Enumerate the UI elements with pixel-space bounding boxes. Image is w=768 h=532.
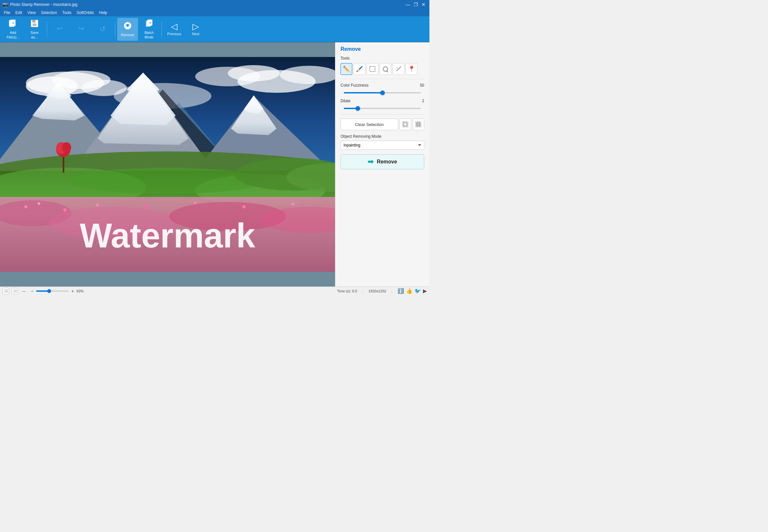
zoom-slider[interactable] xyxy=(36,290,69,292)
restore-button[interactable]: ❐ xyxy=(412,1,419,8)
remove-icon xyxy=(123,21,132,32)
svg-text:+: + xyxy=(12,21,14,25)
svg-text:✦: ✦ xyxy=(396,67,398,70)
svg-point-61 xyxy=(383,67,388,71)
svg-point-64 xyxy=(400,66,401,68)
svg-point-49 xyxy=(145,205,148,208)
window-controls: — ❐ ✕ xyxy=(405,1,427,8)
lasso-tool-button[interactable] xyxy=(380,63,391,75)
clear-selection-button[interactable]: Clear Selection xyxy=(341,119,398,130)
add-files-button[interactable]: + AddFile(s)... xyxy=(3,18,23,41)
fuzziness-label: Color Fuzziness xyxy=(341,83,415,88)
svg-point-45 xyxy=(24,205,28,208)
remove-button-toolbar[interactable]: Remove xyxy=(117,18,138,41)
previous-icon: ◁ xyxy=(171,22,177,31)
menu-view[interactable]: View xyxy=(25,10,38,16)
reset-icon: ↺ xyxy=(100,26,105,33)
magic-wand-button[interactable]: ✦ xyxy=(393,63,404,75)
right-panel: Remove Tools ✏️ 🖌️ ✦ 📍 Color Fuzzine xyxy=(335,42,429,287)
like-icon[interactable]: 👍 xyxy=(406,288,412,294)
app-icon: 📷 xyxy=(3,2,8,7)
info-icon[interactable]: ℹ️ xyxy=(398,288,404,294)
batch-mode-icon: ⚙ xyxy=(145,19,154,29)
tools-row: ✏️ 🖌️ ✦ 📍 xyxy=(341,63,424,75)
zoom-in-button[interactable]: + xyxy=(70,288,75,294)
menu-softorbits[interactable]: SoftOrbits xyxy=(74,10,96,16)
undo-button[interactable]: ↩ xyxy=(49,18,70,41)
menu-tools[interactable]: Tools xyxy=(60,10,74,16)
time-label: Time (s): 0.0 xyxy=(337,289,357,293)
save-as-icon xyxy=(30,19,39,29)
separator-3 xyxy=(161,21,162,37)
rect-select-button[interactable] xyxy=(367,63,378,75)
close-button[interactable]: ✕ xyxy=(420,1,427,8)
fuzziness-slider-track[interactable] xyxy=(344,92,421,93)
dilate-slider-track[interactable] xyxy=(344,108,421,109)
add-files-label: AddFile(s)... xyxy=(7,31,20,39)
next-icon: ▷ xyxy=(192,22,199,31)
svg-rect-60 xyxy=(370,66,375,72)
zoom-percent: 63% xyxy=(77,289,84,293)
tools-label: Tools xyxy=(341,56,424,61)
save-as-button[interactable]: Saveas... xyxy=(24,18,45,41)
view-mode-2-button[interactable]: ⬜ xyxy=(12,288,18,294)
main-content: Watermark Remove Tools ✏️ 🖌️ ✦ 📍 xyxy=(0,42,429,287)
status-icons: ℹ️ 👍 🐦 ▶ xyxy=(398,288,427,294)
mode-label: Object Removing Mode xyxy=(341,134,424,139)
fuzziness-value: 50 xyxy=(415,83,424,88)
remove-action-button[interactable]: ➡ Remove xyxy=(341,154,424,169)
remove-action-label: Remove xyxy=(377,159,397,165)
status-separator-2: | xyxy=(391,289,392,293)
divider-2 xyxy=(341,114,424,115)
menu-bar: File Edit View Selection Tools SoftOrbit… xyxy=(0,9,429,16)
menu-edit[interactable]: Edit xyxy=(13,10,25,16)
svg-point-50 xyxy=(194,202,197,204)
previous-button[interactable]: ◁ Previous xyxy=(164,18,185,41)
status-separator: | xyxy=(362,289,363,293)
dilate-thumb[interactable] xyxy=(356,106,360,111)
separator-1 xyxy=(47,21,47,37)
zoom-thumb[interactable] xyxy=(47,289,51,293)
fuzziness-thumb[interactable] xyxy=(380,91,385,95)
menu-file[interactable]: File xyxy=(1,10,13,16)
svg-point-51 xyxy=(243,205,246,208)
canvas-area[interactable]: Watermark xyxy=(0,42,335,287)
toolbar: + AddFile(s)... Saveas... ↩ ↪ ↺ Remove ⚙… xyxy=(0,16,429,42)
next-label: Next xyxy=(192,32,200,36)
invert-selection-button[interactable] xyxy=(412,119,424,130)
batch-mode-button[interactable]: ⚙ BatchMode xyxy=(139,18,160,41)
svg-text:Watermark: Watermark xyxy=(80,217,255,255)
brush-tool-button[interactable]: ✏️ xyxy=(341,63,352,75)
dilate-value: 2 xyxy=(415,99,424,103)
remove-arrow-icon: ➡ xyxy=(368,158,373,166)
reset-button[interactable]: ↺ xyxy=(92,18,113,41)
svg-rect-6 xyxy=(33,23,36,26)
photo-canvas: Watermark xyxy=(0,57,335,272)
twitter-icon[interactable]: 🐦 xyxy=(414,288,421,294)
redo-button[interactable]: ↪ xyxy=(71,18,91,41)
youtube-icon[interactable]: ▶ xyxy=(423,288,427,294)
stamp-tool-button[interactable]: 📍 xyxy=(406,63,417,75)
svg-point-56 xyxy=(62,142,71,153)
svg-text:⚙: ⚙ xyxy=(149,21,151,24)
previous-label: Previous xyxy=(167,32,181,36)
svg-line-62 xyxy=(387,71,388,72)
select-all-button[interactable] xyxy=(399,119,411,130)
zoom-out-button[interactable]: − xyxy=(30,288,35,294)
svg-point-46 xyxy=(38,202,40,205)
mode-select[interactable]: Inpainting Smart Fill Texture Synthesis xyxy=(341,141,424,150)
svg-point-52 xyxy=(292,203,294,205)
eraser-tool-button[interactable]: 🖌️ xyxy=(354,63,365,75)
svg-point-47 xyxy=(63,208,67,212)
panel-remove-section: Remove Tools ✏️ 🖌️ ✦ 📍 Color Fuzzine xyxy=(335,42,429,173)
separator-2 xyxy=(115,21,115,37)
menu-help[interactable]: Help xyxy=(97,10,110,16)
fuzziness-fill xyxy=(344,92,383,93)
panel-title: Remove xyxy=(341,46,424,52)
next-button[interactable]: ▷ Next xyxy=(185,18,206,41)
minimize-button[interactable]: — xyxy=(405,1,411,8)
menu-selection[interactable]: Selection xyxy=(38,10,60,16)
save-as-label: Saveas... xyxy=(30,31,38,39)
clear-selection-row: Clear Selection xyxy=(341,119,424,130)
view-mode-1-button[interactable]: ⬜ xyxy=(3,288,9,294)
